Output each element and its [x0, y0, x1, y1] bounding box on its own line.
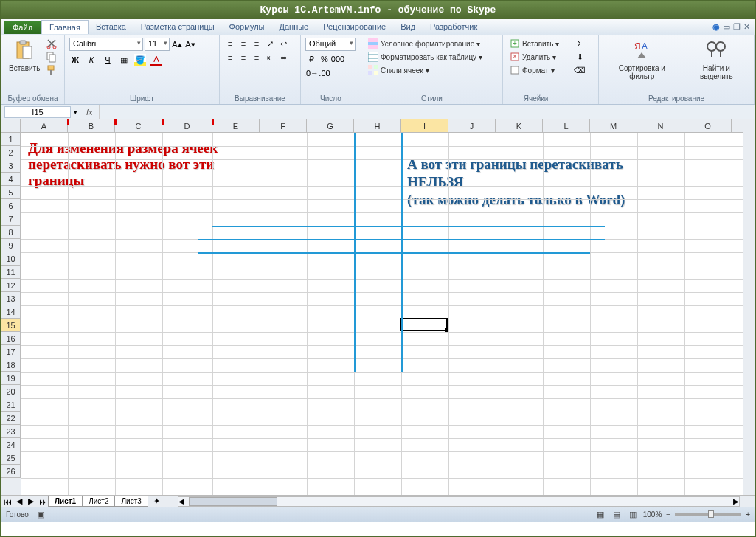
fill-color-icon[interactable]: 🪣 — [134, 54, 146, 66]
column-header-J[interactable]: J — [448, 119, 496, 132]
clear-icon[interactable]: ⌫ — [574, 64, 586, 76]
namebox-dropdown-icon[interactable]: ▾ — [71, 108, 80, 116]
percent-icon[interactable]: % — [319, 53, 330, 65]
row-header-13[interactable]: 13 — [1, 292, 21, 305]
sheet-tab-Лист2[interactable]: Лист2 — [82, 496, 115, 507]
conditional-formatting-button[interactable]: Условное форматирование ▾ — [366, 38, 482, 49]
sheet-nav-first-icon[interactable]: ⏮ — [1, 496, 13, 507]
fx-icon[interactable]: fx — [86, 108, 93, 117]
row-header-1[interactable]: 1 — [1, 133, 21, 146]
merge-icon[interactable]: ⬌ — [277, 52, 289, 63]
tab-Главная[interactable]: Главная — [41, 20, 89, 34]
column-header-L[interactable]: L — [543, 119, 590, 132]
column-header-I[interactable]: I — [401, 119, 448, 132]
tab-Формулы[interactable]: Формулы — [222, 20, 272, 34]
inc-decimal-icon[interactable]: .0→ — [305, 67, 317, 79]
page-layout-view-icon[interactable]: ▤ — [611, 508, 623, 520]
selected-cell[interactable] — [400, 318, 448, 331]
bold-icon[interactable]: Ж — [69, 54, 81, 66]
row-header-9[interactable]: 9 — [1, 239, 21, 252]
dec-decimal-icon[interactable]: .00 — [319, 67, 330, 79]
column-header-O[interactable]: O — [684, 119, 732, 132]
column-header-N[interactable]: N — [637, 119, 684, 132]
row-header-22[interactable]: 22 — [1, 412, 21, 425]
sheet-nav-prev-icon[interactable]: ◀ — [13, 496, 25, 507]
column-header-G[interactable]: G — [307, 119, 354, 132]
format-painter-icon[interactable] — [46, 64, 58, 76]
row-header-20[interactable]: 20 — [1, 385, 21, 398]
row-header-6[interactable]: 6 — [1, 199, 21, 212]
tab-Разработчик[interactable]: Разработчик — [423, 20, 485, 34]
page-break-view-icon[interactable]: ▥ — [627, 508, 639, 520]
row-header-3[interactable]: 3 — [1, 159, 21, 173]
row-header-19[interactable]: 19 — [1, 372, 21, 385]
file-tab[interactable]: Файл — [4, 21, 41, 34]
zoom-in-icon[interactable]: + — [746, 510, 750, 519]
currency-icon[interactable]: ₽ — [305, 53, 317, 65]
column-header-D[interactable]: D — [162, 119, 212, 132]
formula-input[interactable] — [99, 105, 755, 119]
tab-Рецензирование[interactable]: Рецензирование — [316, 20, 393, 34]
macro-record-icon[interactable]: ▣ — [35, 508, 46, 520]
indent-dec-icon[interactable]: ⇤ — [264, 52, 276, 63]
underline-icon[interactable]: Ч — [102, 54, 114, 66]
column-header-E[interactable]: E — [212, 119, 260, 132]
sheet-nav-next-icon[interactable]: ▶ — [25, 496, 37, 507]
italic-icon[interactable]: К — [86, 54, 97, 66]
format-as-table-button[interactable]: Форматировать как таблицу ▾ — [366, 51, 485, 63]
sort-filter-button[interactable]: ЯА Сортировка и фильтр — [603, 38, 681, 82]
row-header-16[interactable]: 16 — [1, 332, 21, 345]
zoom-level[interactable]: 100% — [643, 510, 662, 519]
border-icon[interactable]: ▦ — [118, 54, 130, 66]
number-format-combo[interactable]: Общий — [305, 38, 356, 51]
font-color-icon[interactable]: A — [150, 54, 162, 66]
font-size-combo[interactable]: 11 — [145, 38, 170, 51]
align-middle-icon[interactable]: ≡ — [237, 38, 249, 49]
row-header-26[interactable]: 26 — [1, 465, 21, 478]
vertical-scrollbar[interactable] — [743, 119, 755, 495]
row-header-15[interactable]: 15 — [1, 319, 21, 332]
column-header-K[interactable]: K — [496, 119, 543, 132]
sheet-tab-Лист3[interactable]: Лист3 — [114, 496, 148, 507]
minimize-ribbon-icon[interactable]: ▭ — [723, 22, 730, 32]
align-left-icon[interactable]: ≡ — [224, 52, 236, 63]
row-header-23[interactable]: 23 — [1, 425, 21, 438]
tab-Вид[interactable]: Вид — [393, 20, 423, 34]
normal-view-icon[interactable]: ▦ — [594, 508, 606, 520]
font-name-combo[interactable]: Calibri — [69, 38, 143, 51]
row-header-11[interactable]: 11 — [1, 266, 21, 279]
help-icon[interactable]: ◉ — [712, 22, 720, 32]
row-header-25[interactable]: 25 — [1, 451, 21, 465]
row-header-21[interactable]: 21 — [1, 398, 21, 412]
orientation-icon[interactable]: ⤢ — [264, 38, 276, 49]
copy-icon[interactable] — [46, 51, 58, 63]
column-header-B[interactable]: B — [68, 119, 115, 132]
horizontal-scrollbar[interactable]: ◀ ▶ — [178, 496, 740, 507]
align-top-icon[interactable]: ≡ — [224, 38, 236, 49]
tab-Вставка[interactable]: Вставка — [89, 20, 133, 34]
find-select-button[interactable]: Найти и выделить — [684, 38, 749, 82]
increase-font-icon[interactable]: A▴ — [171, 38, 183, 50]
row-header-4[interactable]: 4 — [1, 173, 21, 186]
wrap-text-icon[interactable]: ↩ — [277, 38, 289, 49]
name-box[interactable]: I15 — [4, 106, 71, 118]
restore-icon[interactable]: ❐ — [733, 22, 741, 32]
column-header-C[interactable]: C — [115, 119, 162, 132]
align-center-icon[interactable]: ≡ — [237, 52, 249, 63]
decrease-font-icon[interactable]: A▾ — [184, 38, 196, 50]
comma-icon[interactable]: 000 — [332, 53, 344, 65]
paste-button[interactable]: Вставить — [6, 38, 43, 74]
select-all-corner[interactable] — [1, 119, 21, 133]
autosum-icon[interactable]: Σ — [574, 38, 586, 49]
cut-icon[interactable] — [46, 38, 58, 49]
row-header-7[interactable]: 7 — [1, 212, 21, 226]
row-header-10[interactable]: 10 — [1, 252, 21, 266]
insert-cells-button[interactable]: +Вставить ▾ — [507, 38, 561, 49]
align-bottom-icon[interactable]: ≡ — [251, 38, 263, 49]
row-header-24[interactable]: 24 — [1, 438, 21, 451]
column-header-H[interactable]: H — [354, 119, 401, 132]
row-header-5[interactable]: 5 — [1, 186, 21, 199]
sheet-nav-last-icon[interactable]: ⏭ — [37, 496, 49, 507]
row-header-8[interactable]: 8 — [1, 226, 21, 239]
zoom-out-icon[interactable]: − — [666, 510, 670, 519]
